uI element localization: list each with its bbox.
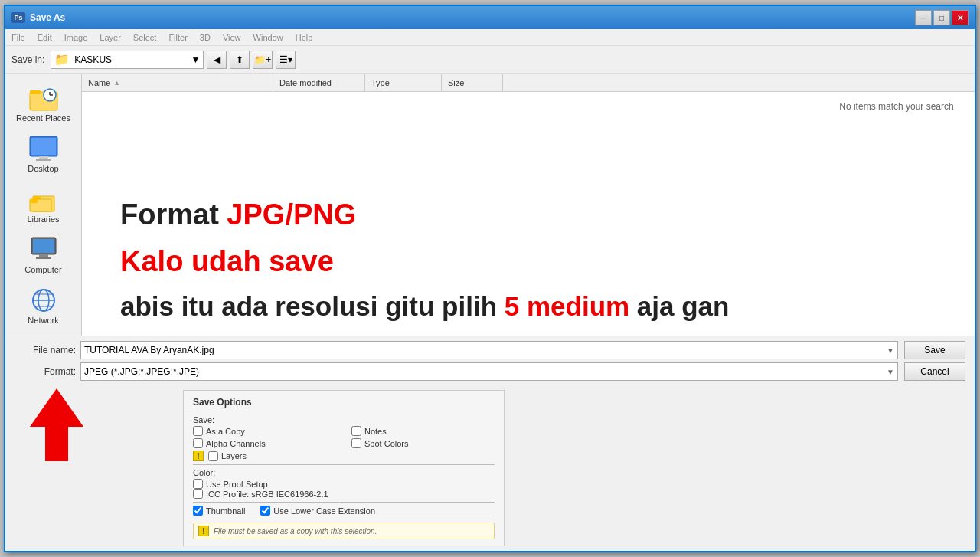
arrow-container <box>15 385 99 461</box>
overlay-line3-end: aja gan <box>629 291 729 321</box>
divider1 <box>193 464 495 465</box>
thumbnail-row: Thumbnail <box>193 506 245 516</box>
view-options-button[interactable]: ☰▾ <box>276 51 296 69</box>
color-section-label: Color: <box>193 468 495 477</box>
cancel-button[interactable]: Cancel <box>904 362 965 381</box>
menu-edit[interactable]: Edit <box>38 33 52 42</box>
use-proof-setup-label: Use Proof Setup <box>206 480 268 489</box>
col-name-header[interactable]: Name ▲ <box>82 74 273 91</box>
sidebar-item-network[interactable]: Network <box>9 282 78 329</box>
lower-case-checkbox[interactable] <box>260 506 270 516</box>
file-content: No items match your search. Format JPG/P… <box>82 92 975 336</box>
col-size-header[interactable]: Size <box>442 74 503 91</box>
as-a-copy-checkbox[interactable] <box>193 426 203 436</box>
menu-window[interactable]: Window <box>253 33 283 42</box>
title-bar: Ps Save As ─ □ ✕ <box>5 6 975 29</box>
action-buttons: Save Cancel <box>904 341 965 381</box>
checkboxes-grid: As a Copy Notes Alpha Channels <box>193 426 495 461</box>
overlay-line3-plain: abis itu ada resolusi gitu pilih <box>120 291 505 321</box>
save-options-panel: Save Options Save: As a Copy Notes <box>183 390 505 546</box>
nav-back-button[interactable]: ◀ <box>207 51 227 69</box>
window-title: Save As <box>30 12 65 23</box>
desktop-label: Desktop <box>28 164 58 173</box>
menu-3d[interactable]: 3D <box>200 33 211 42</box>
layers-checkbox[interactable] <box>208 451 218 461</box>
alpha-channels-row: Alpha Channels <box>193 438 336 448</box>
network-label: Network <box>28 316 58 325</box>
save-options-title: Save Options <box>193 397 495 408</box>
thumbnail-checkbox[interactable] <box>193 506 203 516</box>
menu-view[interactable]: View <box>223 33 241 42</box>
col-date-header[interactable]: Date modified <box>273 74 365 91</box>
overlay-line2: Kalo udah save <box>120 238 729 285</box>
create-folder-button[interactable]: 📁+ <box>253 51 273 69</box>
save-section-label: Save: <box>193 415 495 424</box>
nav-up-button[interactable]: ⬆ <box>230 51 250 69</box>
sidebar: Recent Places Desktop <box>5 74 82 336</box>
computer-label: Computer <box>24 265 61 274</box>
file-list-header: Name ▲ Date modified Type Size <box>82 74 975 92</box>
format-value: JPEG (*.JPG;*.JPEG;*.JPE) <box>84 366 887 377</box>
desktop-icon <box>28 135 59 162</box>
sidebar-item-recent-places[interactable]: Recent Places <box>9 80 78 127</box>
icc-profile-label: ICC Profile: sRGB IEC61966-2.1 <box>206 490 328 499</box>
notes-row: Notes <box>351 426 495 436</box>
menu-help[interactable]: Help <box>296 33 313 42</box>
title-bar-buttons: ─ □ ✕ <box>915 10 969 25</box>
menu-select[interactable]: Select <box>133 33 157 42</box>
menu-layer[interactable]: Layer <box>100 33 121 42</box>
spot-colors-row: Spot Colors <box>351 438 495 448</box>
alpha-channels-checkbox[interactable] <box>193 438 203 448</box>
svg-rect-17 <box>36 257 51 259</box>
alpha-channels-label: Alpha Channels <box>206 439 266 448</box>
ps-icon-label: Ps <box>14 14 22 21</box>
sidebar-item-desktop[interactable]: Desktop <box>9 130 78 178</box>
svg-rect-13 <box>30 199 38 203</box>
use-proof-setup-checkbox[interactable] <box>193 479 203 489</box>
recent-places-label: Recent Places <box>16 113 70 123</box>
computer-icon <box>28 236 59 264</box>
divider2 <box>193 502 495 503</box>
minimize-button[interactable]: ─ <box>915 10 932 25</box>
overlay-text: Format JPG/PNG Kalo udah save abis itu a… <box>120 192 729 328</box>
close-button[interactable]: ✕ <box>952 10 969 25</box>
format-row: Format: JPEG (*.JPG;*.JPEG;*.JPE) ▼ <box>15 362 898 381</box>
thumbnail-lowercase-row: Thumbnail Use Lower Case Extension <box>193 506 495 516</box>
overlay-line1: Format JPG/PNG <box>120 192 729 238</box>
sidebar-item-libraries[interactable]: Libraries <box>9 181 78 228</box>
warning-icon: ! <box>198 526 209 536</box>
as-a-copy-row: As a Copy <box>193 426 336 436</box>
overlay-line3-red: 5 medium <box>505 291 629 321</box>
save-button[interactable]: Save <box>904 341 965 359</box>
menu-file[interactable]: File <box>11 33 25 42</box>
libraries-label: Libraries <box>27 215 59 224</box>
warning-text: File must be saved as a copy with this s… <box>214 527 377 536</box>
sidebar-item-computer[interactable]: Computer <box>9 231 78 279</box>
notes-checkbox[interactable] <box>351 426 361 436</box>
layers-warning-icon: ! <box>193 451 204 461</box>
current-folder: KASKUS <box>74 54 112 65</box>
maximize-button[interactable]: □ <box>933 10 950 25</box>
save-in-dropdown[interactable]: 📁 KASKUS ▼ <box>51 51 204 69</box>
warning-row: ! File must be saved as a copy with this… <box>193 523 495 539</box>
arrow-up-icon <box>30 388 83 461</box>
fields-and-buttons: File name: TUTORIAL AVA By AryanAK.jpg ▼… <box>15 341 965 384</box>
libraries-icon <box>28 185 59 213</box>
filename-input[interactable]: TUTORIAL AVA By AryanAK.jpg ▼ <box>80 341 898 359</box>
spot-colors-checkbox[interactable] <box>351 438 361 448</box>
layers-row: ! Layers <box>193 451 336 461</box>
overlay-line1-red: JPG/PNG <box>227 198 356 231</box>
dropdown-arrow-icon: ▼ <box>191 54 200 65</box>
thumbnail-label: Thumbnail <box>206 506 245 516</box>
icc-profile-checkbox[interactable] <box>193 489 203 499</box>
filename-row: File name: TUTORIAL AVA By AryanAK.jpg ▼ <box>15 341 898 359</box>
no-items-text: No items match your search. <box>839 101 956 112</box>
ps-app-icon: Ps <box>11 12 25 23</box>
menu-bar: File Edit Image Layer Select Filter 3D V… <box>5 29 975 46</box>
menu-image[interactable]: Image <box>64 33 88 42</box>
divider3 <box>193 519 495 519</box>
col-type-header[interactable]: Type <box>365 74 442 91</box>
format-dropdown[interactable]: JPEG (*.JPG;*.JPEG;*.JPE) ▼ <box>80 362 898 381</box>
main-area: Recent Places Desktop <box>5 74 975 336</box>
menu-filter[interactable]: Filter <box>168 33 187 42</box>
